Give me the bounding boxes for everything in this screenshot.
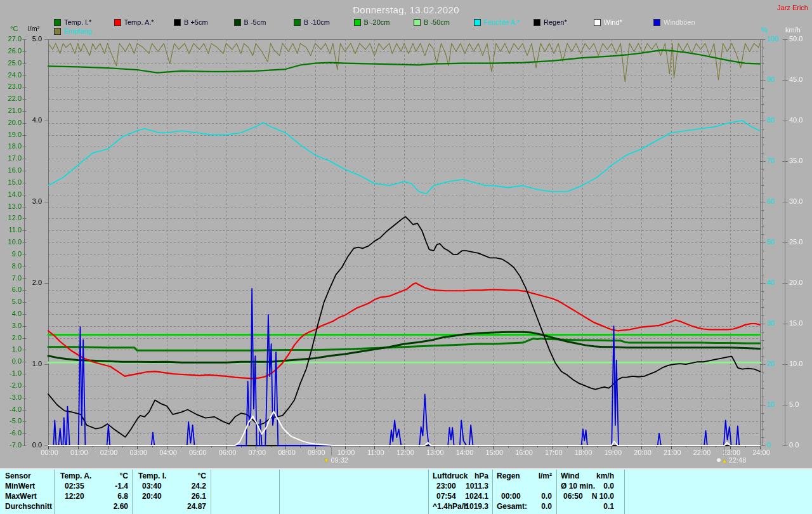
legend-item-b-minus10[interactable]: B -10cm — [294, 18, 330, 26]
wind-unit: km/h — [587, 471, 614, 480]
moon-icon — [717, 458, 721, 462]
temp-a-max-time: 12:20 — [65, 492, 84, 501]
temp-i-max-value: 26.1 — [173, 492, 206, 501]
page-title: Donnerstag, 13.02.2020 — [0, 4, 812, 15]
table-divider — [54, 470, 55, 514]
temp-a-header: Temp. A. — [60, 471, 91, 480]
wind-max-time: 06:50 — [563, 492, 583, 501]
table-row-min-label: MinWert — [5, 482, 35, 491]
table-row-avg-label: Durchschnitt — [5, 502, 52, 511]
temp-i-unit: °C — [173, 471, 206, 480]
temp-axis-unit-label: °C — [10, 25, 18, 32]
temp-a-max-value: 6.8 — [95, 492, 128, 501]
humidity-axis-unit-label: % — [761, 26, 768, 34]
wind-swatch-icon — [594, 19, 601, 26]
b-minus5-swatch-icon — [234, 19, 241, 26]
table-divider — [556, 470, 557, 514]
wind-avg10-value: 0.0 — [587, 482, 614, 491]
legend-item-label: B +5cm — [184, 18, 208, 26]
temp-i-max-time: 20:40 — [142, 492, 162, 501]
empfang-swatch-icon — [54, 28, 61, 35]
table-divider — [279, 470, 280, 514]
legend-item-temp-a[interactable]: Temp. A.* — [114, 18, 154, 26]
legend-item-windboeen[interactable]: Windböen — [653, 18, 695, 26]
sun-marker-evening: ▲ 22:48 — [717, 456, 746, 464]
legend-item-label: Feuchte A.* — [484, 18, 520, 26]
legend-item-label: Regen* — [544, 18, 567, 26]
windboeen-swatch-icon — [653, 19, 660, 26]
rain-header: Regen — [497, 471, 520, 480]
wind-header: Wind — [561, 471, 579, 480]
b-minus10-swatch-icon — [294, 19, 301, 26]
legend-item-b-minus20[interactable]: B -20cm — [354, 18, 390, 26]
table-divider — [428, 470, 429, 514]
legend-item-b-minus50[interactable]: B -50cm — [414, 18, 450, 26]
table-divider — [211, 470, 211, 514]
pressure-avg-value: 1019.3 — [457, 502, 488, 511]
temp-a-avg-value: 2.60 — [95, 502, 128, 511]
legend-item-b-plus5[interactable]: B +5cm — [174, 18, 208, 26]
b-minus50-swatch-icon — [414, 19, 421, 26]
legend-item-wind[interactable]: Wind* — [594, 18, 622, 26]
pressure-min-time: 23:00 — [436, 482, 456, 491]
pressure-unit: hPa — [457, 471, 488, 480]
legend-item-label: Temp. A.* — [124, 18, 154, 26]
temp-a-unit: °C — [95, 471, 128, 480]
feuchte-a-swatch-icon — [474, 19, 481, 26]
temp-i-header: Temp. I. — [138, 471, 166, 480]
pressure-max-time: 07:54 — [436, 492, 456, 501]
b-plus5-swatch-icon — [174, 19, 181, 26]
sun-marker-morning: ▼ 09:32 — [324, 456, 348, 464]
weather-app-window: Donnerstag, 13.02.2020 Jarz Erich °C l/m… — [0, 0, 812, 514]
temp-i-min-value: 24.2 — [173, 482, 206, 491]
wind-max-value: N 10.0 — [587, 492, 614, 501]
legend-item-temp-i[interactable]: Temp. I.* — [54, 18, 91, 26]
weather-chart-canvas — [0, 0, 812, 468]
temp-a-min-time: 02:35 — [65, 482, 84, 491]
marker-time-label: 09:32 — [331, 456, 348, 464]
rain-day-value: 0.0 — [525, 492, 552, 501]
table-row-header: Sensor — [5, 471, 31, 480]
legend-item-label: Windböen — [664, 18, 695, 26]
legend-item-b-minus5[interactable]: B -5cm — [234, 18, 266, 26]
legend-item-label: B -5cm — [244, 18, 266, 26]
b-minus20-swatch-icon — [354, 19, 361, 26]
author-label: Jarz Erich — [777, 4, 808, 11]
legend-item-label: Temp. I.* — [64, 18, 91, 26]
legend-item-feuchte-a[interactable]: Feuchte A.* — [474, 18, 520, 26]
rain-axis-unit-label: l/m² — [28, 25, 39, 32]
legend-item-label: B -20cm — [364, 18, 390, 26]
legend-item-label: B -10cm — [304, 18, 330, 26]
legend-item-label: Empfang — [64, 27, 92, 35]
rain-total-value: 0.0 — [525, 502, 552, 511]
table-divider — [624, 470, 625, 514]
legend-item-label: Wind* — [604, 18, 622, 26]
regen-swatch-icon — [534, 19, 540, 26]
marker-time-label: 22:48 — [729, 456, 747, 464]
table-divider — [492, 470, 493, 514]
pressure-min-value: 1011.3 — [457, 482, 488, 491]
legend-item-empfang[interactable]: Empfang — [54, 27, 92, 35]
rain-start-time: 00:00 — [501, 492, 521, 501]
temp-i-avg-value: 24.87 — [173, 502, 206, 511]
temp-a-swatch-icon — [114, 19, 121, 26]
table-divider — [132, 470, 133, 514]
table-row-max-label: MaxWert — [5, 492, 37, 501]
marker-down-icon: ▼ — [324, 457, 330, 464]
legend-item-regen[interactable]: Regen* — [534, 18, 567, 26]
rain-total-label: Gesamt: — [497, 502, 527, 511]
marker-up-icon: ▲ — [721, 457, 728, 464]
legend-item-label: B -50cm — [424, 18, 450, 26]
temp-i-swatch-icon — [54, 19, 61, 26]
statistics-table: Sensor MinWert MaxWert Durchschnitt Temp… — [0, 468, 812, 514]
pressure-max-value: 1024.1 — [457, 492, 488, 501]
temp-a-min-value: -1.4 — [95, 482, 128, 491]
temp-i-min-time: 03:40 — [142, 482, 162, 491]
wind-axis-unit-label: km/h — [785, 26, 801, 34]
rain-unit: l/m² — [525, 471, 552, 480]
wind-avg-value: 0.1 — [587, 502, 614, 511]
